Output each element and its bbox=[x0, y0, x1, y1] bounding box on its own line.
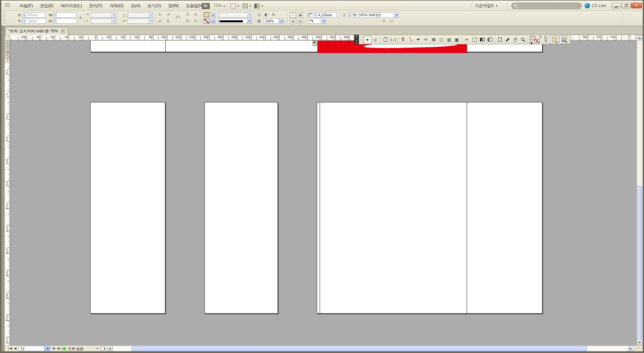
type-tool[interactable]: T bbox=[399, 36, 407, 43]
toolbar-grip[interactable] bbox=[361, 36, 362, 43]
clear-overrides-icon[interactable]: ⟲ bbox=[382, 19, 385, 23]
wrap-jump-button[interactable]: ▥ bbox=[297, 19, 303, 24]
free-transform-tool[interactable] bbox=[471, 36, 478, 43]
cs-live-button[interactable]: CS Live bbox=[592, 3, 606, 8]
eyedropper-tool[interactable] bbox=[504, 36, 511, 43]
opacity-apply-button[interactable] bbox=[280, 18, 284, 23]
page-number-field[interactable]: 13 bbox=[19, 346, 45, 351]
resize-grip[interactable] bbox=[635, 347, 641, 351]
chevron-down-icon[interactable] bbox=[111, 19, 116, 23]
apply-color-button[interactable] bbox=[550, 36, 558, 44]
chevron-down-icon[interactable] bbox=[394, 13, 398, 17]
flip-vertical-icon[interactable]: ⇅ bbox=[166, 19, 170, 23]
wrap-object-shape-button[interactable]: ▤ bbox=[290, 19, 296, 24]
document-tab[interactable]: *트릭 표지커버.indd @ 75% ✕ bbox=[5, 27, 68, 35]
preflight-menu-caret-icon[interactable]: ▼ bbox=[96, 347, 99, 350]
shear-angle-dropdown[interactable] bbox=[128, 18, 153, 24]
menu-item-6[interactable]: 보기(V) bbox=[144, 1, 165, 11]
menu-item-3[interactable]: 문자(T) bbox=[86, 1, 106, 11]
swap-fill-stroke-icon[interactable]: ⇄ bbox=[539, 35, 542, 38]
stroke-type-dropdown[interactable] bbox=[218, 18, 252, 24]
menu-item-0[interactable]: 파일(F) bbox=[16, 1, 36, 11]
chevron-down-icon[interactable] bbox=[247, 13, 252, 17]
spinner-icon[interactable] bbox=[23, 13, 26, 17]
bridge-button[interactable]: Br bbox=[202, 3, 210, 9]
fill-stroke-proxy[interactable]: ⇄ bbox=[530, 35, 542, 44]
page-left[interactable] bbox=[90, 102, 165, 314]
direct-selection-tool[interactable]: ➤ bbox=[371, 36, 379, 43]
previous-page-button[interactable]: ◀ bbox=[14, 347, 16, 350]
toolbar-side-tab[interactable]: ✕▲▼ bbox=[354, 35, 359, 44]
last-page-button[interactable]: ▶❘ bbox=[58, 347, 62, 350]
screen-mode-button[interactable] bbox=[559, 36, 568, 44]
hand-tool[interactable] bbox=[511, 36, 519, 43]
menu-item-5[interactable]: 표(A) bbox=[127, 1, 144, 11]
gradient-tool[interactable] bbox=[478, 36, 486, 43]
select-last-object-icon[interactable]: ⁂ bbox=[194, 19, 197, 23]
spinner-icon[interactable] bbox=[54, 13, 57, 17]
vertical-grid-tool[interactable]: ▦ bbox=[453, 36, 461, 43]
rotation-angle-dropdown[interactable] bbox=[128, 12, 153, 18]
vertical-ruler[interactable]: 2 8 03 0 03 02 002 04 06 08 01 0 01 2 01… bbox=[5, 41, 10, 345]
new-style-icon[interactable]: ⊡ bbox=[390, 19, 393, 23]
spinner-icon[interactable] bbox=[23, 19, 26, 23]
corner-shape-dropdown[interactable] bbox=[309, 18, 326, 24]
select-next-object-icon[interactable]: ⁂ bbox=[186, 19, 189, 23]
ruler-origin-box[interactable] bbox=[5, 35, 10, 41]
note-tool[interactable] bbox=[496, 36, 504, 43]
panel-grip[interactable] bbox=[3, 12, 5, 24]
select-previous-object-icon[interactable]: ⁂ bbox=[194, 12, 197, 17]
select-container-icon[interactable]: [P] bbox=[176, 15, 180, 19]
horizontal-scrollbar-thumb[interactable] bbox=[132, 346, 587, 351]
chevron-down-icon[interactable] bbox=[111, 13, 116, 17]
chevron-down-icon[interactable] bbox=[247, 19, 252, 23]
vertical-scrollbar-thumb[interactable] bbox=[637, 186, 642, 340]
spinner-icon[interactable] bbox=[314, 13, 317, 17]
wrap-bounding-box-button[interactable]: ▣ bbox=[297, 12, 303, 18]
vertical-scrollbar[interactable] bbox=[637, 35, 642, 345]
menu-item-2[interactable]: 레이아웃(L) bbox=[57, 1, 86, 11]
rotate-cw-icon[interactable]: ↻ bbox=[158, 12, 162, 17]
wrap-none-button[interactable]: ≡ bbox=[290, 12, 296, 18]
w-field[interactable] bbox=[53, 12, 77, 18]
effects-menu-icon[interactable]: fx. bbox=[272, 12, 276, 16]
section-marker-icon[interactable] bbox=[313, 41, 317, 46]
minimize-button[interactable] bbox=[612, 3, 621, 8]
search-input[interactable] bbox=[511, 3, 582, 9]
formatting-affects-text-toggle[interactable]: T bbox=[542, 36, 549, 44]
preflight-panel-icon[interactable] bbox=[101, 347, 105, 351]
close-button[interactable]: ✕ bbox=[631, 3, 642, 8]
default-fill-stroke-icon[interactable] bbox=[530, 42, 532, 44]
first-page-button[interactable]: ❘◀ bbox=[7, 347, 11, 350]
stroke-swatch-icon[interactable] bbox=[534, 39, 539, 43]
menu-item-7[interactable]: 창(W) bbox=[165, 1, 182, 11]
stroke-apply-button[interactable] bbox=[211, 19, 215, 24]
select-content-icon[interactable]: ⁂ bbox=[186, 12, 189, 17]
menu-item-1[interactable]: 편집(E) bbox=[36, 1, 57, 11]
opacity-field[interactable]: 100% bbox=[264, 18, 279, 24]
pencil-tool[interactable]: ✏ bbox=[422, 36, 430, 43]
flip-horizontal-icon[interactable]: ⇄ bbox=[158, 19, 162, 23]
corner-object-icon[interactable]: ❑ bbox=[257, 12, 261, 17]
toolbar-collapse-icon[interactable]: ▲▼ bbox=[354, 39, 359, 44]
page-number-dropdown[interactable] bbox=[45, 346, 50, 351]
zoom-tool[interactable] bbox=[519, 36, 527, 43]
stroke-color-swatch[interactable] bbox=[204, 19, 209, 23]
formatting-affects-container-icon[interactable] bbox=[544, 36, 547, 39]
object-style-dropdown[interactable]: [기본 그래픽 프레임]+ bbox=[348, 12, 399, 18]
rotate-ccw-icon[interactable]: ↺ bbox=[166, 12, 170, 17]
workspace-switcher[interactable]: 가은작업3▼ bbox=[475, 1, 498, 11]
frame-tool[interactable]: ⊠ bbox=[430, 36, 438, 43]
scroll-right-button[interactable] bbox=[628, 346, 634, 351]
gradient-feather-tool[interactable] bbox=[486, 36, 494, 43]
page-tool[interactable] bbox=[381, 36, 389, 43]
corner-radius-field[interactable]: 4,233mm bbox=[314, 12, 337, 18]
scale-y-dropdown[interactable] bbox=[91, 18, 116, 24]
fill-color-swatch[interactable] bbox=[204, 12, 209, 17]
selection-tool[interactable]: ➤ bbox=[364, 36, 371, 43]
transparency-icon[interactable]: ▨ bbox=[257, 19, 261, 23]
chevron-down-icon[interactable] bbox=[148, 13, 153, 17]
x-field[interactable]: 475mm bbox=[22, 12, 46, 18]
scale-x-dropdown[interactable] bbox=[91, 12, 116, 18]
scroll-left-button[interactable] bbox=[107, 346, 113, 351]
